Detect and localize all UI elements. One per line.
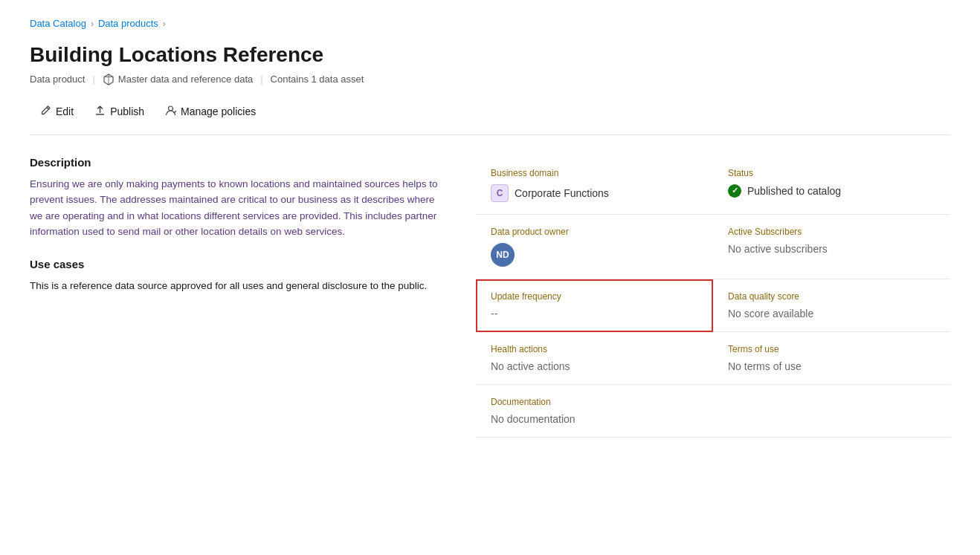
business-domain-row: C Corporate Functions <box>491 184 698 202</box>
left-panel: Description Ensuring we are only making … <box>30 156 476 438</box>
publish-button[interactable]: Publish <box>84 100 155 123</box>
documentation-label: Documentation <box>491 397 698 407</box>
terms-of-use-value: No terms of use <box>728 360 935 372</box>
manage-policies-button[interactable]: Manage policies <box>155 100 266 123</box>
page-title: Building Locations Reference <box>30 42 950 68</box>
status-cell: Status Published to catalog <box>713 156 950 215</box>
page-subtitle: Data product | Master data and reference… <box>30 74 950 85</box>
breadcrumb-sep-2: › <box>163 19 166 29</box>
status-dot <box>728 184 741 198</box>
breadcrumb: Data Catalog › Data products › <box>30 18 950 29</box>
business-domain-label: Business domain <box>491 168 698 178</box>
terms-of-use-cell: Terms of use No terms of use <box>713 332 950 385</box>
manage-policies-icon <box>165 105 176 118</box>
owner-avatar: ND <box>491 243 515 267</box>
info-grid: Business domain C Corporate Functions St… <box>476 156 950 438</box>
owner-label: Data product owner <box>491 227 698 237</box>
publish-label: Publish <box>110 106 144 117</box>
description-text: Ensuring we are only making payments to … <box>30 176 446 240</box>
status-label: Status <box>728 168 935 178</box>
update-frequency-label: Update frequency <box>491 291 698 302</box>
manage-policies-label: Manage policies <box>181 106 256 117</box>
subtitle-type: Data product <box>30 74 85 85</box>
subscribers-value: No active subscribers <box>728 243 935 255</box>
content-area: Description Ensuring we are only making … <box>30 156 950 438</box>
owner-cell: Data product owner ND <box>476 215 713 279</box>
business-domain-value: Corporate Functions <box>515 187 609 199</box>
publish-icon <box>94 105 106 118</box>
edit-button[interactable]: Edit <box>30 100 84 123</box>
documentation-value: No documentation <box>491 413 698 425</box>
right-panel: Business domain C Corporate Functions St… <box>476 156 950 438</box>
edit-icon <box>40 105 51 118</box>
data-quality-label: Data quality score <box>728 291 935 302</box>
edit-label: Edit <box>56 106 74 117</box>
svg-point-0 <box>169 106 173 111</box>
subtitle-assets: Contains 1 data asset <box>271 74 364 85</box>
domain-icon: C <box>491 184 509 202</box>
description-title: Description <box>30 156 446 169</box>
empty-cell <box>713 385 950 438</box>
use-cases-text: This is a reference data source approved… <box>30 278 446 294</box>
use-cases-title: Use cases <box>30 258 446 270</box>
subtitle-sep-2: | <box>260 74 262 85</box>
breadcrumb-sep-1: › <box>91 19 94 29</box>
health-actions-value: No active actions <box>491 360 698 372</box>
health-actions-label: Health actions <box>491 344 698 354</box>
status-value: Published to catalog <box>747 185 841 197</box>
business-domain-cell: Business domain C Corporate Functions <box>476 156 713 215</box>
data-quality-value: No score available <box>728 308 935 319</box>
page-container: Data Catalog › Data products › Building … <box>0 0 980 555</box>
breadcrumb-data-catalog[interactable]: Data Catalog <box>30 18 86 29</box>
documentation-cell: Documentation No documentation <box>476 385 713 438</box>
subscribers-cell: Active Subscribers No active subscribers <box>713 215 950 279</box>
update-frequency-value: -- <box>491 308 698 319</box>
terms-of-use-label: Terms of use <box>728 344 935 354</box>
breadcrumb-data-products[interactable]: Data products <box>98 18 158 29</box>
toolbar: Edit Publish Manage policies <box>30 100 950 135</box>
update-frequency-cell: Update frequency -- <box>476 279 713 332</box>
health-actions-cell: Health actions No active actions <box>476 332 713 385</box>
status-row: Published to catalog <box>728 184 935 198</box>
data-quality-cell: Data quality score No score available <box>713 279 950 332</box>
cube-icon <box>103 74 115 85</box>
subtitle-category: Master data and reference data <box>118 74 253 85</box>
subtitle-sep-1: | <box>92 74 94 85</box>
subscribers-label: Active Subscribers <box>728 227 935 237</box>
